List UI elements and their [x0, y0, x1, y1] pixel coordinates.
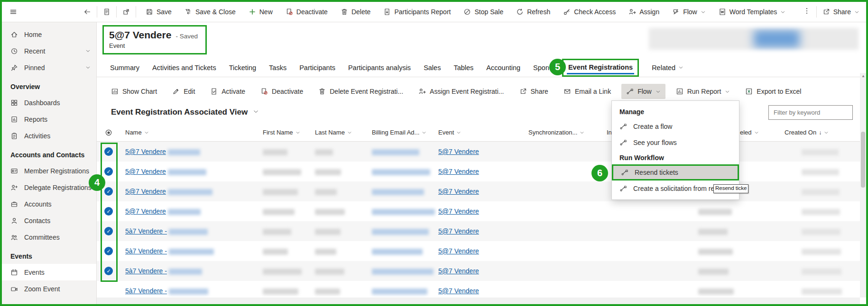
table-row[interactable]: ✓5à7 Vendere - 5@7 Vendere: [97, 221, 866, 241]
event-link[interactable]: 5@7 Vendere: [438, 267, 479, 275]
sidebar-item-member-registrations[interactable]: Member Registrations: [2, 162, 96, 179]
row-checked-checkbox[interactable]: ✓: [104, 267, 113, 275]
menu-item-resend-tickets-highlighted[interactable]: Resend tickets6: [612, 164, 739, 180]
tab-spon[interactable]: Spon: [533, 64, 549, 72]
flow-button[interactable]: Flow: [672, 8, 706, 16]
assign-button[interactable]: Assign: [628, 8, 659, 16]
event-link[interactable]: 5@7 Vendere: [438, 247, 479, 255]
event-link[interactable]: 5@7 Vendere: [438, 227, 479, 235]
participants-report-button[interactable]: Participants Report: [383, 8, 451, 16]
tab-summary[interactable]: Summary: [110, 64, 139, 72]
column-header-last-name[interactable]: Last Name: [310, 129, 367, 136]
email-a-link-button[interactable]: Email a Link: [559, 84, 616, 99]
record-name-link[interactable]: 5@7 Vendere: [125, 188, 166, 195]
table-row[interactable]: ✓5@7 Vendere 5@7 Vendere: [97, 162, 866, 181]
sidebar-item-accounts[interactable]: Accounts: [2, 196, 96, 212]
event-link[interactable]: 5@7 Vendere: [438, 168, 479, 175]
sidebar-item-events[interactable]: Events: [2, 264, 96, 280]
row-checked-checkbox[interactable]: ✓: [104, 147, 113, 156]
sidebar-item-home[interactable]: Home: [2, 26, 96, 43]
deactivate-button[interactable]: Deactivate: [256, 84, 308, 99]
record-name-link[interactable]: 5à7 Vendere -: [125, 227, 167, 235]
record-name-link[interactable]: 5@7 Vendere: [125, 148, 166, 155]
event-link[interactable]: 5@7 Vendere: [438, 207, 479, 215]
row-checked-checkbox[interactable]: ✓: [104, 167, 113, 176]
event-link[interactable]: 5@7 Vendere: [438, 148, 479, 155]
sidebar-item-committees[interactable]: Committees: [2, 229, 96, 245]
refresh-button[interactable]: Refresh: [516, 8, 550, 16]
event-link[interactable]: 5@7 Vendere: [438, 188, 479, 195]
column-header-created-on[interactable]: Created On↓: [780, 129, 860, 136]
share-button[interactable]: Share: [822, 8, 859, 16]
sidebar-item-activities[interactable]: Activities: [2, 127, 96, 144]
show-chart-button[interactable]: Show Chart: [106, 84, 162, 99]
column-header-name[interactable]: Name: [120, 129, 258, 136]
edit-button[interactable]: Edit: [167, 84, 200, 99]
column-header-first-name[interactable]: First Name: [258, 129, 310, 136]
horizontal-scrollbar[interactable]: [97, 297, 860, 304]
filter-by-keyword-input[interactable]: [768, 105, 853, 120]
check-access-button[interactable]: Check Access: [563, 8, 616, 16]
tab-participants[interactable]: Participants: [299, 64, 335, 72]
tab-tasks[interactable]: Tasks: [269, 64, 286, 72]
record-name-link[interactable]: 5@7 Vendere: [125, 207, 166, 215]
sidebar-item-delegate-registrations[interactable]: Delegate Registrations: [2, 179, 96, 196]
run-report-button[interactable]: Run Report: [671, 84, 735, 99]
column-header-synchronization[interactable]: Synchronization...: [524, 129, 602, 136]
tab-accounting[interactable]: Accounting: [486, 64, 520, 72]
row-checked-checkbox[interactable]: ✓: [104, 187, 113, 196]
column-header-billing-email-ad[interactable]: Billing Email Ad...: [367, 129, 434, 136]
deactivate-button[interactable]: Deactivate: [286, 8, 328, 16]
menu-item-see-your-flows[interactable]: See your flows: [612, 135, 739, 151]
table-row[interactable]: ✓5@7 Vendere 5@7 Vendere: [97, 201, 866, 221]
flow-button[interactable]: Flow: [621, 84, 665, 99]
delete-button[interactable]: Delete: [341, 8, 370, 16]
record-name-link[interactable]: 5à7 Vendere -: [125, 287, 167, 295]
table-row[interactable]: ✓5à7 Vendere - 5@7 Vendere: [97, 261, 866, 281]
column-header-event[interactable]: Event: [434, 129, 524, 136]
table-row[interactable]: ✓5à7 Vendere - 5@7 Vendere: [97, 241, 866, 261]
save-button[interactable]: Save: [146, 8, 172, 16]
export-to-excel-button[interactable]: Export to Excel: [740, 84, 806, 99]
assign-event-registrati-button[interactable]: Assign Event Registrati...: [414, 84, 508, 99]
activate-button[interactable]: Activate: [205, 84, 250, 99]
menu-item-create-a-flow[interactable]: Create a flow: [612, 118, 739, 135]
tab-activities-and-tickets[interactable]: Activities and Tickets: [152, 64, 216, 72]
back-icon[interactable]: [78, 8, 97, 16]
event-link[interactable]: 5@7 Vendere: [438, 287, 479, 295]
new-button[interactable]: New: [249, 8, 273, 16]
sidebar-item-contacts[interactable]: Contacts: [2, 212, 96, 229]
table-row[interactable]: ✓5@7 Vendere 5@7 Vendere: [97, 181, 866, 201]
row-checked-checkbox[interactable]: ✓: [104, 207, 113, 216]
popout-icon[interactable]: [117, 8, 136, 16]
sidebar-item-reports[interactable]: Reports: [2, 111, 96, 127]
table-row[interactable]: ✓5@7 Vendere 5@7 Vendere: [97, 142, 866, 162]
tab-event-registrations[interactable]: 5Event Registrations: [562, 59, 639, 77]
hamburger-menu-icon[interactable]: [9, 8, 17, 16]
share-button[interactable]: Share: [515, 84, 553, 99]
scrollbar-thumb[interactable]: [861, 132, 865, 188]
record-name-link[interactable]: 5à7 Vendere -: [125, 267, 167, 275]
record-name-link[interactable]: 5à7 Vendere -: [125, 247, 167, 255]
more-commands-icon[interactable]: [803, 7, 811, 17]
stop-sale-button[interactable]: Stop Sale: [463, 8, 503, 16]
view-selector[interactable]: Event Registration Associated View: [111, 108, 259, 117]
row-checked-checkbox[interactable]: ✓: [104, 227, 113, 235]
tab-related[interactable]: Related: [652, 64, 683, 72]
delete-event-registrati-button[interactable]: Delete Event Registrati...: [314, 84, 408, 99]
word-templates-button[interactable]: Word Templates: [719, 8, 786, 16]
scroll-up-arrow-icon[interactable]: ▲: [861, 74, 865, 78]
vertical-scrollbar[interactable]: ▲: [860, 73, 866, 297]
form-icon[interactable]: [97, 8, 116, 16]
sidebar-item-zoom-event[interactable]: Zoom Event: [2, 280, 96, 297]
row-checked-checkbox[interactable]: ✓: [104, 247, 113, 255]
sidebar-item-recent[interactable]: Recent: [2, 43, 96, 59]
tab-sales[interactable]: Sales: [424, 64, 441, 72]
tab-participants-analysis[interactable]: Participants analysis: [348, 64, 411, 72]
save-close-button[interactable]: Save & Close: [185, 8, 236, 16]
tab-ticketing[interactable]: Ticketing: [229, 64, 256, 72]
tab-tables[interactable]: Tables: [453, 64, 473, 72]
record-name-link[interactable]: 5@7 Vendere: [125, 168, 166, 175]
select-all-rows[interactable]: [97, 129, 120, 136]
sidebar-item-dashboards[interactable]: Dashboards: [2, 94, 96, 111]
